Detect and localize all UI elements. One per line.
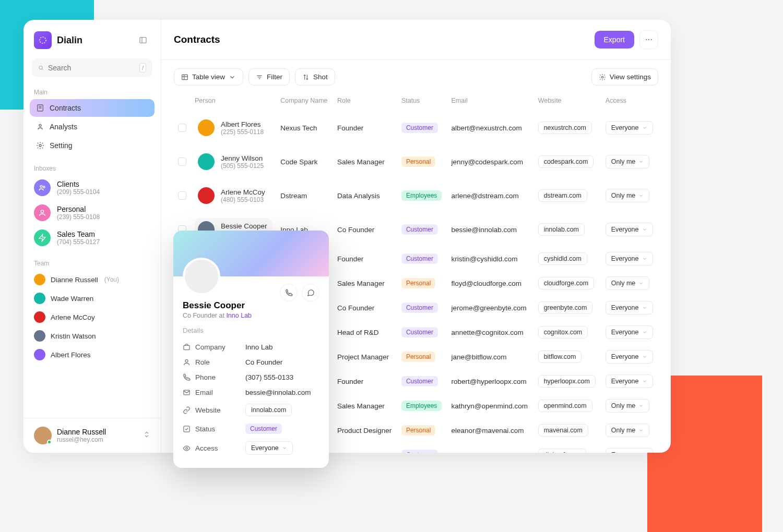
team-member[interactable]: Dianne Russell(You) (23, 270, 161, 289)
view-settings-button[interactable]: View settings (591, 68, 658, 86)
row-website[interactable]: digicraft.com (538, 449, 587, 453)
search-input-wrapper[interactable]: / (32, 58, 152, 77)
row-website[interactable]: nexustrch.com (538, 122, 592, 134)
svg-point-8 (39, 124, 41, 126)
chevron-down-icon (229, 74, 236, 81)
filter-button[interactable]: Filter (248, 68, 290, 86)
call-button[interactable] (280, 284, 298, 301)
row-access-select[interactable]: Everyone (606, 374, 653, 388)
team-name: Albert Flores (51, 351, 91, 359)
nav-setting[interactable]: Setting (30, 137, 155, 154)
row-access-select[interactable]: Only me (606, 189, 650, 202)
row-company: Nexus Tech (276, 111, 333, 145)
gear-icon (36, 141, 44, 150)
nav-contracts[interactable]: Contracts (30, 99, 155, 117)
table-row[interactable]: Arlene McCoy(480) 555-0103 Dstream Data … (174, 179, 658, 213)
details-label: Details (183, 327, 319, 334)
team-member[interactable]: Wade Warren (23, 289, 161, 308)
row-checkbox[interactable] (178, 158, 186, 166)
more-menu-button[interactable] (639, 30, 658, 49)
check-icon (183, 425, 191, 433)
row-email: robert@hyperloopx.com (447, 369, 533, 394)
row-website[interactable]: dstream.com (538, 189, 587, 202)
row-access-select[interactable]: Only me (606, 155, 650, 168)
popover-avatar (183, 258, 220, 295)
inbox-name: Clients (57, 180, 100, 188)
row-website[interactable]: cognitox.com (538, 326, 588, 338)
row-role: Sales Manager (333, 145, 397, 179)
team-member[interactable]: Kristin Watson (23, 327, 161, 345)
export-button[interactable]: Export (595, 31, 634, 49)
row-website[interactable]: openmind.com (538, 400, 592, 412)
row-website[interactable]: innolab.com (538, 223, 585, 236)
row-person-phone: (480) 555-0103 (221, 196, 265, 203)
row-access-select[interactable]: Everyone (606, 350, 653, 364)
row-role: Founder (333, 247, 397, 271)
row-avatar (198, 187, 215, 204)
row-role: Co Founder (333, 213, 397, 247)
row-role: Project Manager (333, 345, 397, 369)
row-checkbox[interactable] (178, 191, 186, 200)
row-access-select[interactable]: Everyone (606, 223, 653, 236)
eye-icon (183, 444, 191, 452)
row-website[interactable]: codespark.com (538, 155, 594, 168)
row-access-select[interactable]: Everyone (606, 252, 653, 265)
table-view-button[interactable]: Table view (174, 68, 243, 86)
detail-phone: (307) 555-0133 (245, 373, 319, 381)
popover-company-link[interactable]: Inno Lab (226, 312, 252, 319)
row-access-select[interactable]: Everyone (606, 325, 653, 339)
team-avatar (34, 274, 45, 285)
inbox-name: Personal (57, 205, 100, 213)
search-input[interactable] (48, 64, 139, 72)
header: Contracts Export (161, 20, 671, 60)
row-email: bessie@innolab.com (447, 213, 533, 247)
row-access-select[interactable]: Only me (606, 399, 650, 413)
popover-subtitle: Co Founder at Inno Lab (183, 312, 319, 319)
phone-icon (183, 373, 191, 381)
col-status: Status (397, 94, 447, 111)
nav-label: Setting (50, 141, 73, 150)
svg-point-3 (39, 66, 42, 69)
row-website[interactable]: cloudforge.com (538, 277, 594, 289)
contracts-icon (36, 104, 44, 112)
message-button[interactable] (302, 284, 319, 301)
collapse-sidebar-button[interactable] (136, 33, 150, 47)
row-access-select[interactable]: Everyone (606, 448, 653, 453)
team-member[interactable]: Arlene McCoy (23, 308, 161, 327)
row-access-select[interactable]: Only me (606, 276, 650, 290)
inbox-item[interactable]: Clients(209) 555-0104 (23, 175, 161, 200)
detail-status: Customer (245, 424, 282, 434)
row-website[interactable]: bitflow.com (538, 350, 582, 363)
status-online-dot (47, 440, 52, 444)
svg-point-14 (646, 39, 647, 40)
table-row[interactable]: Albert Flores(225) 555-0118 Nexus Tech F… (174, 111, 658, 145)
row-access-select[interactable]: Only me (606, 424, 650, 437)
nav-analysts[interactable]: Analysts (30, 118, 155, 136)
col-website: Website (534, 94, 601, 111)
inbox-item[interactable]: Personal(239) 555-0108 (23, 200, 161, 225)
row-website[interactable]: mavenai.com (538, 424, 588, 437)
you-tag: (You) (104, 276, 119, 283)
nav-label: Contracts (50, 104, 81, 112)
user-avatar[interactable] (34, 427, 52, 444)
svg-line-4 (42, 69, 43, 70)
shot-button[interactable]: Shot (295, 68, 335, 86)
row-email: eleanor@mavenai.com (447, 418, 533, 443)
row-website[interactable]: greenbyte.com (538, 301, 593, 314)
row-website[interactable]: cyshidld.com (538, 252, 587, 265)
detail-website[interactable]: innolab.com (245, 404, 292, 416)
inbox-item[interactable]: Sales Team(704) 555-0127 (23, 225, 161, 250)
team-member[interactable]: Albert Flores (23, 345, 161, 364)
svg-point-23 (601, 76, 603, 78)
inbox-icon (34, 229, 51, 246)
switch-user-button[interactable] (143, 431, 150, 440)
search-icon (38, 64, 44, 72)
inbox-phone: (239) 555-0108 (57, 213, 100, 221)
row-checkbox[interactable] (178, 124, 186, 132)
row-role: Product Designer (333, 418, 397, 443)
table-row[interactable]: Jenny Wilson(505) 555-0125 Code Spark Sa… (174, 145, 658, 179)
row-website[interactable]: hyperloopx.com (538, 375, 596, 388)
row-access-select[interactable]: Everyone (606, 301, 653, 315)
detail-access[interactable]: Everyone (245, 441, 293, 455)
row-access-select[interactable]: Everyone (606, 121, 653, 135)
